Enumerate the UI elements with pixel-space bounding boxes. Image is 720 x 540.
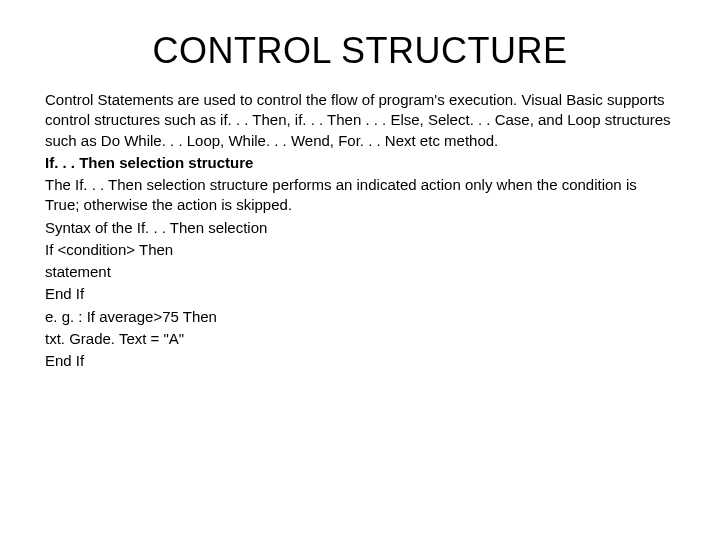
subheading-ifthen: If. . . Then selection structure — [45, 153, 675, 173]
page-title: CONTROL STRUCTURE — [45, 30, 675, 72]
example-line-1: e. g. : If average>75 Then — [45, 307, 675, 327]
syntax-line-3: End If — [45, 284, 675, 304]
syntax-line-1: If <condition> Then — [45, 240, 675, 260]
paragraph-ifthen-desc: The If. . . Then selection structure per… — [45, 175, 675, 216]
syntax-label: Syntax of the If. . . Then selection — [45, 218, 675, 238]
paragraph-intro: Control Statements are used to control t… — [45, 90, 675, 151]
body-content: Control Statements are used to control t… — [45, 90, 675, 371]
example-line-3: End If — [45, 351, 675, 371]
syntax-line-2: statement — [45, 262, 675, 282]
example-line-2: txt. Grade. Text = "A" — [45, 329, 675, 349]
